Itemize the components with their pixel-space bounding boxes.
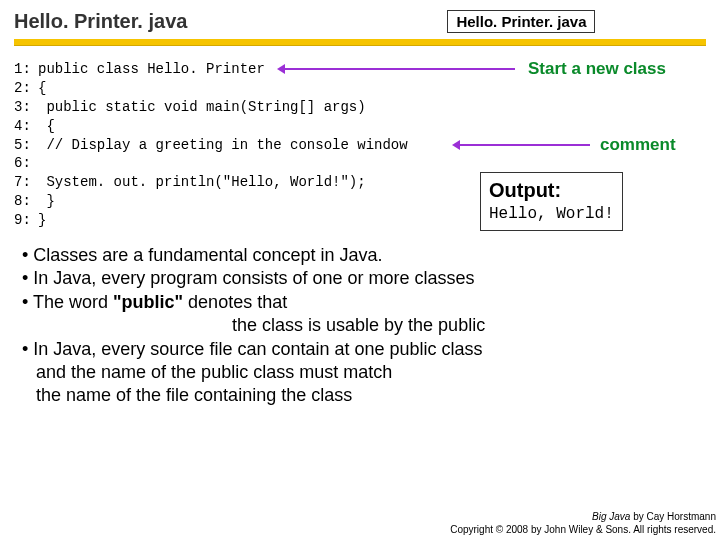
bullet-item: • The word "public" denotes that [22,291,704,314]
arrow-comment [460,144,590,146]
code-text: public static void main(String[] args) [38,99,366,115]
bullet-item: • In Java, every source file can contain… [22,338,704,361]
line-number: 3: [14,98,38,117]
bullet-continue: and the name of the public class must ma… [22,361,704,384]
bullet-item: • Classes are a fundamental concept in J… [22,244,704,267]
line-number: 1: [14,60,38,79]
divider-bar [14,39,706,46]
bullet-text: • The word [22,292,113,312]
footer-copyright: Copyright © 2008 by John Wiley & Sons. A… [450,523,716,536]
annotation-comment: comment [600,134,676,157]
code-text: System. out. println("Hello, World!"); [38,174,366,190]
code-text: // Display a greeting in the console win… [38,137,408,153]
line-number: 2: [14,79,38,98]
output-title: Output: [489,177,614,204]
bullet-quoted: "public" [113,292,183,312]
bullet-list: • Classes are a fundamental concept in J… [0,230,720,408]
page-title-left: Hello. Printer. java [14,10,187,33]
code-text: public class Hello. Printer [38,61,265,77]
arrow-start-class [285,68,515,70]
output-text: Hello, World! [489,204,614,226]
bullet-item: • In Java, every program consists of one… [22,267,704,290]
footer-author: by Cay Horstmann [630,511,716,522]
output-box: Output: Hello, World! [480,172,623,231]
code-text: { [38,80,46,96]
footer-credit: Big Java by Cay Horstmann Copyright © 20… [450,510,716,536]
line-number: 8: [14,192,38,211]
code-text: } [38,212,46,228]
code-block: 1:public class Hello. Printer 2:{ 3: pub… [0,60,720,230]
page-title-right-box: Hello. Printer. java [447,10,595,33]
annotation-start-class: Start a new class [528,58,666,81]
code-text: } [38,193,55,209]
line-number: 5: [14,136,38,155]
line-number: 6: [14,154,38,173]
code-text: { [38,118,55,134]
bullet-text: denotes that [183,292,287,312]
bullet-continue: the name of the file containing the clas… [22,384,704,407]
line-number: 7: [14,173,38,192]
line-number: 4: [14,117,38,136]
footer-book-title: Big Java [592,511,630,522]
bullet-continue: the class is usable by the public [22,314,704,337]
line-number: 9: [14,211,38,230]
